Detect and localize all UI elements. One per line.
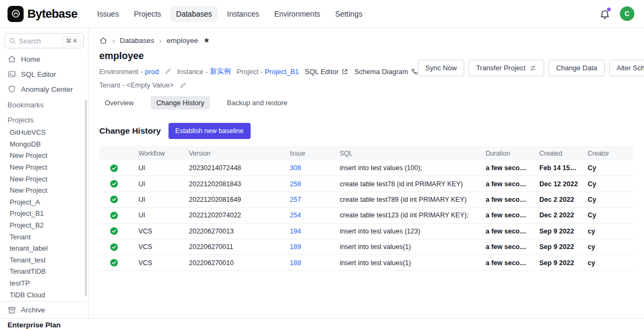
sidebar-project-item[interactable]: New Project: [0, 185, 88, 196]
sidebar-project-item[interactable]: New Project: [0, 173, 88, 185]
transfer-project-button[interactable]: Transfer Project: [469, 60, 544, 76]
bookmarks-section-label[interactable]: Bookmarks: [0, 98, 88, 112]
brand[interactable]: Bytebase: [8, 6, 77, 22]
project-item-label: GitHubVCS: [10, 128, 46, 136]
project-item-label: TenantTiDB: [10, 267, 46, 275]
search-input[interactable]: [19, 37, 60, 45]
sidebar-project-item[interactable]: New Project: [0, 162, 88, 173]
table-row[interactable]: VCS 202206270013 194 insert into test va…: [99, 224, 633, 239]
sidebar-item-sql-editor[interactable]: SQL Editor: [0, 67, 88, 82]
tab-change-history[interactable]: Change History: [151, 96, 210, 109]
sql-editor-link[interactable]: SQL Editor: [305, 68, 348, 76]
nav-item-environments[interactable]: Environments: [268, 6, 326, 22]
issue-link[interactable]: 188: [290, 259, 301, 267]
project-label: Project -: [237, 68, 262, 76]
cell-created: Feb 14 15:32: [530, 164, 578, 172]
tab-overview[interactable]: Overview: [99, 96, 139, 109]
sync-now-button[interactable]: Sync Now: [418, 60, 465, 76]
sidebar-item-archive[interactable]: Archive: [0, 301, 88, 318]
sidebar-project-item[interactable]: New Project: [0, 150, 88, 162]
nav-item-databases[interactable]: Databases: [170, 6, 218, 22]
cell-creator: cy: [578, 228, 633, 235]
issue-link[interactable]: 194: [290, 228, 301, 235]
cell-sql: insert into test values(1): [330, 259, 476, 267]
success-check-icon: [109, 179, 119, 188]
change-data-button[interactable]: Change Data: [548, 60, 605, 76]
column-header-workflow: Workflow: [129, 150, 179, 157]
cell-duration: a few seconds: [476, 164, 530, 172]
sidebar-project-item[interactable]: TenantTiDB: [0, 266, 88, 277]
nav-item-issues[interactable]: Issues: [91, 6, 125, 22]
issue-link[interactable]: 308: [290, 164, 301, 172]
sidebar-project-item[interactable]: testTP: [0, 277, 88, 289]
archive-icon: [8, 306, 16, 315]
edit-environment-icon[interactable]: [165, 68, 171, 75]
issue-link[interactable]: 189: [290, 243, 301, 251]
breadcrumb-employee[interactable]: employee: [167, 36, 199, 45]
instance-label: Instance -: [177, 68, 208, 76]
instance-link[interactable]: 新实例: [210, 67, 231, 76]
issue-link[interactable]: 258: [290, 180, 301, 188]
environment-link[interactable]: prod: [145, 68, 159, 76]
table-row[interactable]: UI 20221202074022 254 create table test1…: [99, 208, 633, 223]
avatar[interactable]: C: [620, 6, 634, 21]
search-box[interactable]: ⌘ K: [4, 33, 84, 48]
cell-duration: a few seconds: [476, 196, 530, 203]
project-item-label: Project_B1: [10, 209, 44, 217]
cell-version: 20221202074022: [179, 211, 280, 219]
sidebar-scrollbar[interactable]: [85, 100, 87, 296]
breadcrumb-databases[interactable]: Databases: [120, 36, 155, 45]
issue-link[interactable]: 254: [290, 211, 301, 219]
tab-backup-and-restore[interactable]: Backup and restore: [222, 96, 293, 109]
sidebar-item-anomaly-center[interactable]: Anomaly Center: [0, 82, 88, 97]
project-link[interactable]: Project_B1: [265, 68, 299, 76]
cell-created: Dec 12 2022: [530, 180, 578, 188]
sidebar-project-item[interactable]: tenant_label: [0, 243, 88, 254]
table-row[interactable]: UI 20221202081649 257 create table test7…: [99, 192, 633, 208]
sidebar-item-label: SQL Editor: [21, 70, 56, 78]
sidebar-project-item[interactable]: Project_B1: [0, 208, 88, 220]
brand-name: Bytebase: [27, 7, 77, 21]
sidebar-project-item[interactable]: GitHubVCS: [0, 127, 88, 138]
project-item-label: New Project: [10, 186, 47, 194]
environment-label: Environment -: [99, 68, 143, 76]
change-history-section-head: Change History Establish new baseline: [99, 123, 633, 139]
cell-workflow: UI: [129, 196, 179, 203]
edit-tenant-icon[interactable]: [180, 82, 186, 89]
nav-item-instances[interactable]: Instances: [221, 6, 265, 22]
sidebar-project-item[interactable]: Project_B2: [0, 220, 88, 231]
sidebar-item-home[interactable]: Home: [0, 52, 88, 67]
sidebar-project-item[interactable]: MongoDB: [0, 138, 88, 150]
cell-creator: Cy: [578, 211, 633, 219]
sidebar-project-item[interactable]: Tenant: [0, 231, 88, 243]
issue-link[interactable]: 257: [290, 196, 301, 203]
nav-item-projects[interactable]: Projects: [128, 6, 167, 22]
project-item-label: Tenant: [10, 233, 31, 241]
breadcrumb-home-icon[interactable]: [99, 36, 107, 45]
cell-workflow: VCS: [129, 228, 179, 235]
sidebar-project-item[interactable]: TiDB Cloud: [0, 289, 88, 301]
establish-baseline-button[interactable]: Establish new baseline: [169, 123, 251, 139]
table-row[interactable]: UI 20230214072448 308 insert into test v…: [99, 160, 633, 176]
cell-workflow: UI: [129, 164, 179, 172]
alter-schema-button[interactable]: Alter Schema: [609, 60, 644, 76]
top-bar: Bytebase Issues Projects Databases Insta…: [0, 0, 644, 28]
cell-created: Sep 9 2022: [530, 228, 578, 235]
sidebar-project-item[interactable]: Project_A: [0, 196, 88, 208]
bookmark-star-icon[interactable]: [203, 36, 210, 44]
project-item-label: testTP: [10, 279, 30, 287]
column-header-issue: Issue: [280, 150, 330, 157]
database-meta-row-1: Environment - prod Instance - 新实例: [99, 67, 418, 76]
cell-duration: a few seconds: [476, 228, 530, 235]
projects-section-label[interactable]: Projects: [0, 113, 88, 127]
plan-footer: Enterprise Plan: [0, 318, 644, 329]
table-row[interactable]: VCS 202206270010 188 insert into test va…: [99, 255, 633, 270]
table-row[interactable]: VCS 202206270011 189 insert into test va…: [99, 239, 633, 255]
table-row[interactable]: UI 20221202081843 258 create table test7…: [99, 176, 633, 192]
sidebar-project-item[interactable]: Tenant_test: [0, 254, 88, 266]
schema-diagram-link[interactable]: Schema Diagram: [354, 68, 418, 76]
notifications-button[interactable]: [599, 9, 610, 19]
column-header-sql: SQL: [330, 150, 476, 157]
nav-item-settings[interactable]: Settings: [330, 6, 369, 22]
success-check-icon: [109, 195, 119, 204]
